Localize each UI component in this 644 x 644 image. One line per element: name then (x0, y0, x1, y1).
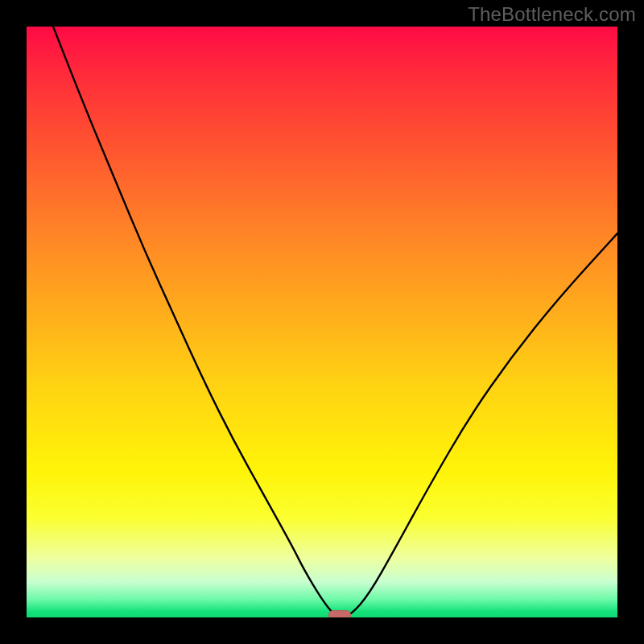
plot-area (27, 27, 617, 617)
watermark-label: TheBottleneck.com (468, 3, 636, 26)
chart-frame: TheBottleneck.com (0, 0, 644, 644)
bottleneck-curve (27, 27, 617, 617)
minimum-marker (328, 610, 351, 617)
